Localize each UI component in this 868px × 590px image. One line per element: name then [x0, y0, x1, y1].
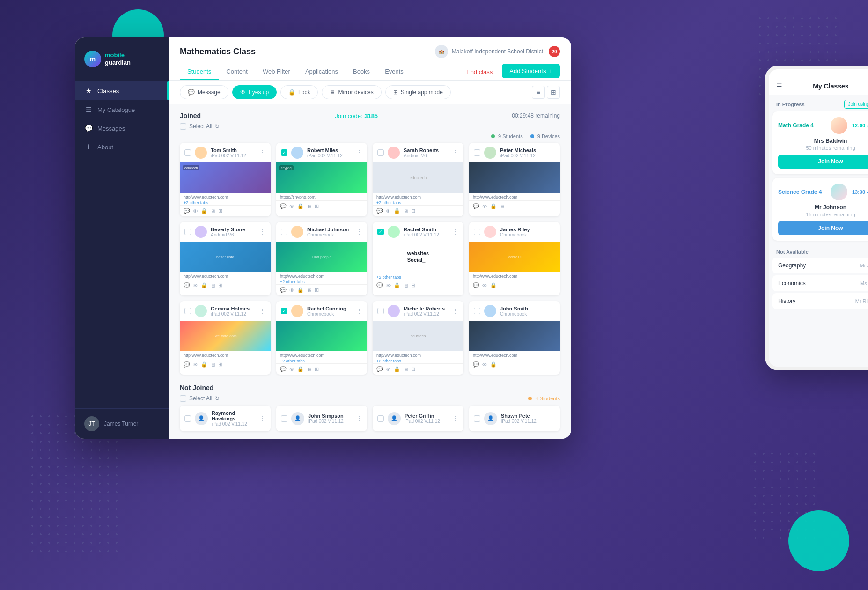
chat-icon[interactable]: 💬: [376, 208, 383, 214]
student-checkbox[interactable]: ✓: [281, 149, 287, 156]
app-action-icon[interactable]: ⊞: [315, 287, 319, 293]
add-students-button[interactable]: Add Students +: [502, 64, 560, 78]
eye-action-icon[interactable]: 👁: [193, 208, 198, 214]
mirror-button[interactable]: 🖥 Mirror devices: [322, 85, 381, 99]
tab-events[interactable]: Events: [377, 64, 411, 80]
chat-icon[interactable]: 💬: [473, 203, 479, 209]
student-checkbox[interactable]: [377, 149, 384, 156]
eyes-up-button[interactable]: 👁 Eyes up: [232, 85, 277, 99]
eye-action-icon[interactable]: 👁: [482, 283, 487, 288]
nj-menu[interactable]: ⋮: [356, 415, 362, 422]
card-menu-button[interactable]: ⋮: [259, 307, 266, 315]
eye-action-icon[interactable]: 👁: [482, 204, 487, 209]
grid-view-button[interactable]: ⊞: [547, 86, 560, 99]
eye-action-icon[interactable]: 👁: [386, 367, 391, 372]
message-button[interactable]: 💬 Message: [180, 85, 228, 99]
card-menu-button[interactable]: ⋮: [549, 228, 555, 236]
card-menu-button[interactable]: ⋮: [549, 149, 555, 156]
sidebar-item-catalogue[interactable]: ☰ My Catalogue: [75, 100, 169, 119]
lock-button[interactable]: 🔒 Lock: [280, 85, 318, 99]
monitor-icon[interactable]: 🖥: [210, 208, 215, 214]
chat-icon[interactable]: 💬: [184, 361, 190, 368]
app-action-icon[interactable]: ⊞: [411, 282, 415, 288]
student-checkbox[interactable]: [377, 308, 384, 314]
select-all-nj-checkbox[interactable]: [180, 395, 186, 402]
nj-checkbox[interactable]: [377, 415, 384, 422]
lock-action-icon[interactable]: 🔒: [490, 361, 497, 368]
chat-icon[interactable]: 💬: [473, 282, 479, 288]
notification-badge[interactable]: 20: [549, 46, 560, 57]
lock-action-icon[interactable]: 🔒: [201, 361, 207, 368]
student-checkbox[interactable]: [184, 149, 191, 156]
card-menu-button[interactable]: ⋮: [356, 228, 362, 236]
monitor-icon[interactable]: 🖥: [210, 283, 215, 288]
eye-action-icon[interactable]: 👁: [289, 204, 294, 209]
lock-action-icon[interactable]: 🔒: [394, 282, 400, 288]
chat-icon[interactable]: 💬: [376, 282, 383, 288]
student-checkbox[interactable]: [474, 229, 480, 235]
app-action-icon[interactable]: ⊞: [218, 361, 222, 368]
eye-action-icon[interactable]: 👁: [193, 283, 198, 288]
sidebar-item-classes[interactable]: ★ Classes: [75, 81, 169, 100]
card-menu-button[interactable]: ⋮: [452, 228, 459, 236]
nj-checkbox[interactable]: [474, 415, 480, 422]
lock-action-icon[interactable]: 🔒: [297, 287, 304, 293]
chat-icon[interactable]: 💬: [280, 287, 287, 293]
lock-action-icon[interactable]: 🔒: [201, 282, 207, 288]
chat-icon[interactable]: 💬: [184, 208, 190, 214]
lock-action-icon[interactable]: 🔒: [297, 366, 304, 372]
eye-action-icon[interactable]: 👁: [289, 367, 294, 372]
eye-action-icon[interactable]: 👁: [386, 208, 391, 214]
chat-icon[interactable]: 💬: [280, 203, 287, 209]
sidebar-item-about[interactable]: ℹ About: [75, 138, 169, 156]
student-checkbox[interactable]: [281, 229, 287, 235]
card-menu-button[interactable]: ⋮: [452, 307, 459, 315]
lock-action-icon[interactable]: 🔒: [490, 282, 497, 288]
student-checkbox[interactable]: [184, 229, 191, 235]
app-action-icon[interactable]: ⊞: [218, 282, 222, 288]
single-app-button[interactable]: ⊞ Single app mode: [385, 85, 451, 99]
tab-applications[interactable]: Applications: [298, 64, 346, 80]
app-action-icon[interactable]: ⊞: [411, 366, 415, 372]
tab-web-filter[interactable]: Web Filter: [255, 64, 298, 80]
student-checkbox[interactable]: ✓: [281, 308, 287, 314]
join-now-science-button[interactable]: Join Now: [778, 221, 868, 235]
app-action-icon[interactable]: ⊞: [411, 208, 415, 214]
nj-menu[interactable]: ⋮: [549, 415, 555, 422]
eye-action-icon[interactable]: 👁: [482, 362, 487, 368]
student-checkbox[interactable]: [474, 149, 480, 156]
card-menu-button[interactable]: ⋮: [549, 307, 555, 315]
card-menu-button[interactable]: ⋮: [452, 149, 459, 156]
join-using-code-button[interactable]: Join using code: [844, 100, 868, 109]
hamburger-icon[interactable]: ☰: [776, 82, 782, 90]
chat-icon[interactable]: 💬: [184, 282, 190, 288]
chat-icon[interactable]: 💬: [376, 366, 383, 372]
app-action-icon[interactable]: ⊞: [315, 203, 319, 209]
lock-action-icon[interactable]: 🔒: [201, 208, 207, 214]
monitor-icon[interactable]: 🖥: [307, 367, 312, 372]
monitor-icon[interactable]: 🖥: [500, 204, 505, 209]
chat-icon[interactable]: 💬: [280, 366, 287, 372]
select-all-checkbox[interactable]: [180, 123, 186, 130]
end-class-button[interactable]: End class: [461, 66, 498, 78]
monitor-icon[interactable]: 🖥: [403, 208, 408, 214]
app-action-icon[interactable]: ⊞: [315, 366, 319, 372]
card-menu-button[interactable]: ⋮: [356, 149, 362, 156]
tab-students[interactable]: Students: [180, 64, 219, 80]
nj-checkbox[interactable]: [281, 415, 287, 422]
monitor-icon[interactable]: 🖥: [210, 362, 215, 368]
student-checkbox[interactable]: [474, 308, 480, 314]
eye-action-icon[interactable]: 👁: [386, 283, 391, 288]
sidebar-item-messages[interactable]: 💬 Messages: [75, 119, 169, 138]
eye-action-icon[interactable]: 👁: [289, 288, 294, 293]
student-checkbox[interactable]: ✓: [377, 229, 384, 235]
lock-action-icon[interactable]: 🔒: [394, 208, 400, 214]
card-menu-button[interactable]: ⋮: [259, 228, 266, 236]
monitor-icon[interactable]: 🖥: [307, 288, 312, 293]
student-checkbox[interactable]: [184, 308, 191, 314]
monitor-icon[interactable]: 🖥: [307, 204, 312, 209]
list-view-button[interactable]: ≡: [532, 86, 545, 99]
tab-books[interactable]: Books: [346, 64, 377, 80]
refresh-icon[interactable]: ↻: [215, 123, 220, 130]
nj-menu[interactable]: ⋮: [259, 415, 266, 422]
